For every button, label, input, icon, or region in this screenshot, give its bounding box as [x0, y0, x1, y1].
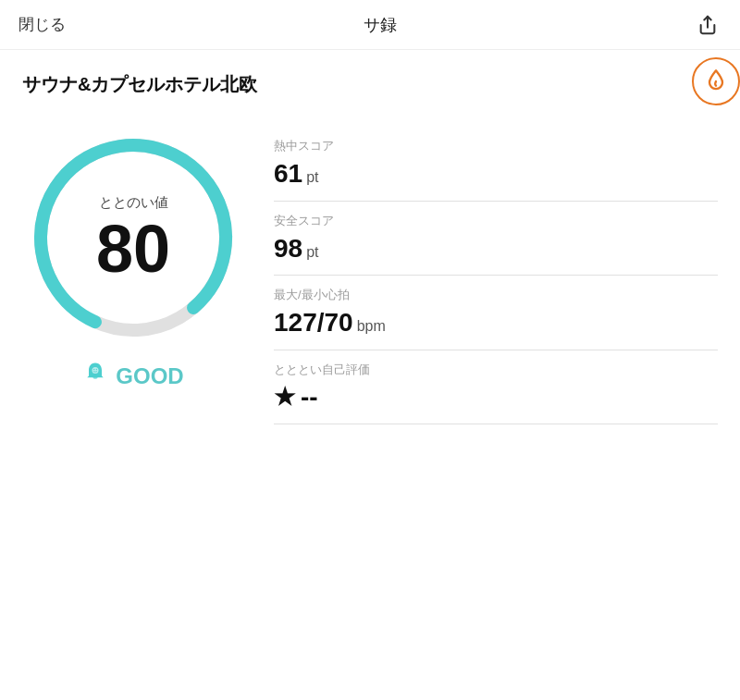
flame-icon — [703, 68, 729, 94]
close-button[interactable]: 閉じる — [18, 14, 66, 35]
gauge-center: ととのい値 80 — [96, 194, 170, 282]
stat-label-self: とととい自己評価 — [274, 362, 718, 378]
header: 閉じる サ録 — [0, 0, 740, 50]
stat-label-heartrate: 最大/最小心拍 — [274, 287, 718, 303]
share-button[interactable] — [694, 11, 722, 39]
gauge-label: ととのい値 — [96, 194, 170, 212]
stat-item-heat: 熱中スコア 61pt — [274, 127, 718, 202]
page-title: サ録 — [364, 14, 397, 36]
main-content: ととのい値 80 — [22, 127, 718, 424]
stat-item-heartrate: 最大/最小心拍 127/70bpm — [274, 276, 718, 350]
stat-label-safety: 安全スコア — [274, 213, 718, 229]
stat-value-self: ★ -- — [274, 382, 718, 413]
facility-name: サウナ&カプセルホテル北欧 — [22, 72, 718, 97]
dash-text: -- — [301, 382, 318, 413]
stat-item-safety: 安全スコア 98pt — [274, 202, 718, 276]
stat-value-safety: 98pt — [274, 233, 718, 264]
stats-panel: 熱中スコア 61pt 安全スコア 98pt 最大/最小心拍 127/70bpm — [274, 127, 718, 424]
star-char: ★ — [274, 383, 295, 411]
stat-label-heat: 熱中スコア — [274, 138, 718, 154]
stat-value-heartrate: 127/70bpm — [274, 307, 718, 338]
flame-badge[interactable] — [692, 57, 740, 105]
share-icon — [697, 15, 718, 35]
gauge-container: ととのい値 80 — [22, 127, 244, 392]
gauge-value: 80 — [96, 215, 170, 282]
stat-value-heat: 61pt — [274, 158, 718, 190]
stat-item-self: とととい自己評価 ★ -- — [274, 350, 718, 425]
gauge-circle: ととのい値 80 — [22, 127, 244, 349]
